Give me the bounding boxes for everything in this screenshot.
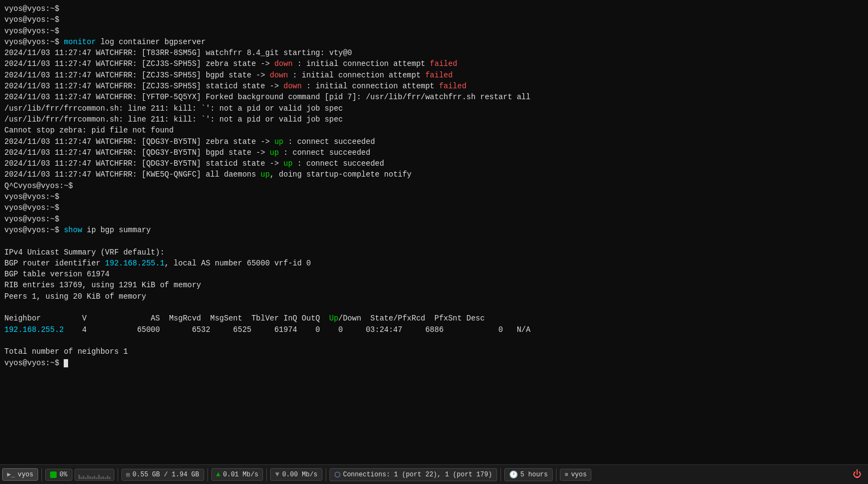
taskbar-upload: ▲0.01 Mb/s [211,468,264,481]
download-icon: ▼ [275,470,279,479]
terminal-line: 192.168.255.2 4 65000 6532 6525 61974 0 … [4,324,864,335]
memory-icon: ▤ [126,471,130,478]
terminal-line: vyos@vyos:~$ [4,14,864,25]
terminal-line: 2024/11/03 11:27:47 WATCHFRR: [QDG3Y-BY5… [4,136,864,147]
clock-icon: 🕐 [509,470,518,479]
terminal-line: Q^Cvyos@vyos:~$ [4,180,864,191]
terminal-line: Total number of neighbors 1 [4,346,864,357]
terminal-line: vyos@vyos:~$ show ip bgp summary [4,225,864,235]
terminal-line: IPv4 Unicast Summary (VRF default): [4,247,864,258]
terminal-icon: ▶_ [7,470,15,479]
upload-label: 0.01 Mb/s [223,471,259,479]
vyos-icon: ≡ [565,471,569,478]
taskbar-uptime: 🕐5 hours [504,468,553,481]
terminal-line: /usr/lib/frr/frrcommon.sh: line 211: kil… [4,114,864,125]
terminal-line: vyos@vyos:~$ monitor log container bgpse… [4,37,864,47]
terminal-line: vyos@vyos:~$ [4,214,864,225]
terminal-line: 2024/11/03 11:27:47 WATCHFRR: [KWE5Q-QNG… [4,169,864,180]
power-button[interactable]: ⏻ [848,468,866,481]
hostname-label: vyos [571,471,587,479]
taskbar-download: ▼0.00 Mb/s [270,468,322,481]
taskbar: ▶_vyos0%▤0.55 GB / 1.94 GB▲0.01 Mb/s▼0.0… [0,464,868,484]
terminal-line: BGP table version 61974 [4,269,864,280]
terminal-line [4,302,864,313]
terminal-line: Cannot stop zebra: pid file not found [4,125,864,136]
terminal-line: vyos@vyos:~$ [4,191,864,202]
taskbar-cpu: 0% [45,469,72,481]
taskbar-terminal-label: vyos [17,471,33,479]
terminal-line: /usr/lib/frr/frrcommon.sh: line 211: kil… [4,103,864,114]
terminal-line: vyos@vyos:~$ [4,358,864,368]
terminal-line: 2024/11/03 11:27:47 WATCHFRR: [ZCJ3S-SPH… [4,81,864,92]
download-label: 0.00 Mb/s [282,471,317,479]
upload-icon: ▲ [216,470,221,479]
terminal-line: vyos@vyos:~$ [4,26,864,37]
terminal-line: 2024/11/03 11:27:47 WATCHFRR: [QDG3Y-BY5… [4,158,864,169]
terminal-line: 2024/11/03 11:27:47 WATCHFRR: [QDG3Y-BY5… [4,147,864,158]
terminal-line: 2024/11/03 11:27:47 WATCHFRR: [ZCJ3S-SPH… [4,58,864,69]
taskbar-terminal[interactable]: ▶_vyos [2,468,38,481]
taskbar-hostname: ≡vyos [560,469,591,481]
uptime-label: 5 hours [521,471,548,479]
terminal-line: Neighbor V AS MsgRcvd MsgSent TblVer InQ… [4,313,864,324]
terminal-line: 2024/11/03 11:27:47 WATCHFRR: [T83RR-8SM… [4,47,864,58]
connection-icon: ⬡ [334,470,340,479]
terminal-line [4,335,864,346]
terminal-line: 2024/11/03 11:27:47 WATCHFRR: [YFT0P-5Q5… [4,92,864,102]
taskbar-connections: ⬡Connections: 1 (port 22), 1 (port 179) [329,468,497,481]
terminal-line [4,235,864,246]
cpu-icon [50,471,57,478]
terminal-line: RIB entries 13769, using 1291 KiB of mem… [4,280,864,291]
terminal-line: BGP router identifier 192.168.255.1, loc… [4,258,864,269]
terminal-line: 2024/11/03 11:27:47 WATCHFRR: [ZCJ3S-SPH… [4,70,864,81]
taskbar-memory: ▤0.55 GB / 1.94 GB [121,469,204,481]
terminal-output: vyos@vyos:~$vyos@vyos:~$vyos@vyos:~$vyos… [0,0,868,464]
cpu-label: 0% [59,471,67,479]
terminal-line: Peers 1, using 20 KiB of memory [4,291,864,302]
terminal-line: vyos@vyos:~$ [4,3,864,14]
memory-label: 0.55 GB / 1.94 GB [132,471,199,479]
taskbar-cpu-chart [75,469,114,481]
connections-label: Connections: 1 (port 22), 1 (port 179) [343,471,492,479]
terminal-line: vyos@vyos:~$ [4,202,864,213]
